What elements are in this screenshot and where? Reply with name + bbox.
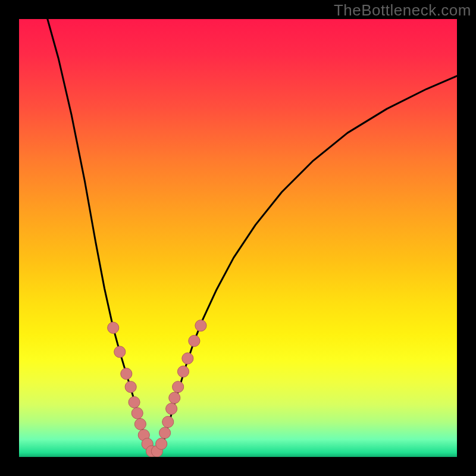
data-point-dot xyxy=(177,366,189,377)
data-point-dot xyxy=(134,418,146,430)
data-point-dot xyxy=(131,408,143,419)
data-point-dot xyxy=(166,403,177,414)
data-point-dot xyxy=(173,381,184,393)
data-point-dot xyxy=(162,416,174,428)
data-point-dot xyxy=(169,392,180,403)
watermark-text: TheBottleneck.com xyxy=(334,1,471,20)
data-point-dot xyxy=(195,320,206,331)
chart-plot-area xyxy=(19,19,457,457)
curve-layer xyxy=(19,19,457,457)
data-point-dot xyxy=(129,396,140,408)
data-point-dot xyxy=(114,346,126,358)
data-point-dot xyxy=(182,353,193,364)
data-point-dot xyxy=(189,335,200,346)
data-point-dot xyxy=(159,427,171,439)
data-point-dot xyxy=(108,322,119,333)
data-point-dot xyxy=(156,438,167,449)
bottleneck-curve xyxy=(48,19,457,455)
data-point-dot xyxy=(121,368,132,380)
data-point-dot xyxy=(125,381,136,393)
